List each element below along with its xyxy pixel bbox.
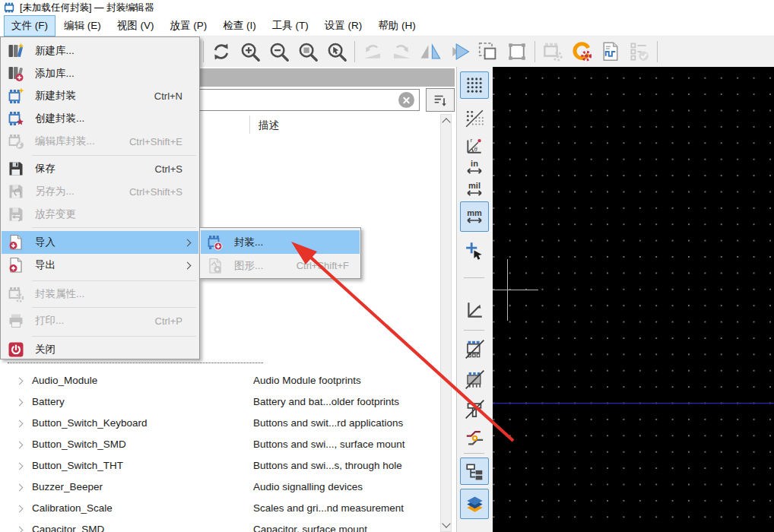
zoom-to-fit-icon[interactable] bbox=[293, 38, 322, 65]
menu-item-import[interactable]: 导入 bbox=[2, 231, 198, 254]
expand-chevron-icon[interactable] bbox=[16, 420, 24, 428]
menu-inspect[interactable]: 检查 (I) bbox=[216, 16, 263, 36]
menu-item-revert: 放弃变更 bbox=[2, 203, 198, 226]
library-row-button-switch-tht[interactable]: Button_Switch_THT Buttons and swi...s, t… bbox=[0, 455, 439, 477]
clear-filter-icon[interactable] bbox=[398, 92, 414, 108]
toolbar-separator bbox=[354, 41, 355, 62]
submenu-item-import-footprint[interactable]: 封装... bbox=[201, 230, 360, 254]
menu-item-save[interactable]: 保存 Ctrl+S bbox=[2, 157, 198, 180]
scroll-down-icon[interactable] bbox=[442, 519, 450, 527]
menu-separator bbox=[32, 336, 196, 337]
menu-separator bbox=[32, 280, 196, 281]
tree-scrollbar[interactable] bbox=[440, 114, 452, 532]
library-row-capacitor-smd[interactable]: Capacitor_SMD Capacitor, surface mount bbox=[0, 519, 439, 532]
save-icon bbox=[7, 160, 25, 178]
angle-axis-icon bbox=[465, 300, 484, 320]
submenu-arrow-icon bbox=[184, 262, 192, 270]
toolbar-separator bbox=[203, 41, 204, 62]
zoom-out-icon[interactable] bbox=[265, 38, 293, 65]
cleanup-checklist-icon bbox=[625, 38, 654, 65]
library-row-button-switch-smd[interactable]: Button_Switch_SMD Buttons and swi..., su… bbox=[0, 434, 439, 455]
scroll-up-icon[interactable] bbox=[442, 118, 450, 126]
expand-chevron-icon[interactable] bbox=[16, 484, 24, 492]
close-power-icon bbox=[7, 340, 25, 359]
right-toolbar: r θ in mil mm bbox=[457, 67, 493, 532]
layers-manager-button[interactable] bbox=[460, 489, 489, 519]
menu-item-close[interactable]: 关闭 bbox=[2, 338, 198, 361]
menu-item-new-footprint[interactable]: 新建封装 Ctrl+N bbox=[2, 84, 198, 107]
expand-chevron-icon[interactable] bbox=[16, 399, 24, 407]
import-submenu-popup: 封装... 图形... Ctrl+Shift+F bbox=[199, 227, 361, 279]
menu-view[interactable]: 视图 (V) bbox=[110, 16, 161, 36]
expand-chevron-icon[interactable] bbox=[16, 527, 24, 532]
refresh-view-icon[interactable] bbox=[207, 38, 236, 65]
menu-item-export[interactable]: 导出 bbox=[2, 254, 198, 277]
sketch-footprint-edges-button[interactable] bbox=[460, 335, 489, 363]
menu-preferences[interactable]: 设置 (R) bbox=[318, 16, 370, 36]
limit-45-degree-button[interactable] bbox=[460, 296, 489, 324]
menu-place[interactable]: 放置 (P) bbox=[163, 16, 214, 36]
library-row-battery[interactable]: Battery Battery and bat...older footprin… bbox=[0, 391, 439, 413]
sort-descending-icon bbox=[432, 92, 449, 109]
library-row-calibration-scale[interactable]: Calibration_Scale Scales and gri...nd me… bbox=[0, 498, 439, 519]
footprint-checker-icon[interactable] bbox=[596, 38, 625, 65]
pcb-canvas[interactable] bbox=[493, 67, 774, 532]
expand-chevron-icon[interactable] bbox=[16, 378, 24, 385]
expand-chevron-icon[interactable] bbox=[16, 505, 24, 513]
group-icon[interactable] bbox=[474, 38, 503, 65]
menu-file[interactable]: 文件 (F) bbox=[5, 16, 55, 36]
flip-horizontal-icon[interactable] bbox=[416, 38, 445, 65]
library-row-audio-module[interactable]: Audio_Module Audio Module footprints bbox=[0, 370, 439, 391]
units-mm-button[interactable]: mm bbox=[460, 201, 489, 232]
sketch-pads-button[interactable] bbox=[460, 395, 489, 423]
units-inches-button[interactable]: in bbox=[460, 157, 489, 178]
edit-footprint-icon bbox=[7, 132, 25, 150]
file-menu-popup: 新建库... 添加库... 新建封装 Ctrl+N bbox=[0, 36, 200, 359]
expand-chevron-icon[interactable] bbox=[16, 442, 24, 449]
menu-edit[interactable]: 编辑 (E) bbox=[57, 16, 108, 36]
column-divider[interactable] bbox=[249, 116, 250, 134]
revert-icon bbox=[7, 205, 25, 223]
app-footprint-icon bbox=[3, 2, 15, 13]
library-row-buzzer-beeper[interactable]: Buzzer_Beeper Audio signalling devices bbox=[0, 477, 439, 498]
menu-help[interactable]: 帮助 (H) bbox=[371, 16, 423, 36]
grid-overrides-button[interactable] bbox=[460, 105, 489, 132]
window-title: [未加载任何封装] — 封装编辑器 bbox=[20, 2, 154, 14]
import-icon bbox=[7, 233, 25, 252]
zoom-to-selection-icon[interactable] bbox=[322, 38, 351, 65]
sketch-footprint-filled-icon bbox=[465, 369, 485, 390]
sketch-footprint-texts-button[interactable] bbox=[460, 366, 489, 393]
create-footprint-icon bbox=[7, 109, 25, 128]
flip-vertical-icon[interactable] bbox=[445, 38, 474, 65]
submenu-item-import-graphics: 图形... Ctrl+Shift+F bbox=[201, 254, 360, 277]
grid-visibility-button[interactable] bbox=[460, 71, 489, 99]
menu-item-create-footprint[interactable]: 创建封装... bbox=[2, 107, 198, 130]
canvas-crosshair bbox=[493, 290, 538, 290]
menu-tools[interactable]: 工具 (T) bbox=[265, 16, 316, 36]
svg-text:θ: θ bbox=[474, 145, 477, 153]
print-icon bbox=[7, 312, 25, 330]
expand-chevron-icon[interactable] bbox=[16, 463, 24, 470]
crosshair-cursor-button[interactable] bbox=[460, 237, 489, 264]
sketch-tracks-icon bbox=[465, 428, 485, 448]
library-row-button-switch-keyboard[interactable]: Button_Switch_Keyboard Buttons and swit.… bbox=[0, 413, 439, 434]
menu-item-add-library[interactable]: 添加库... bbox=[2, 62, 198, 85]
double-arrow-icon bbox=[465, 217, 484, 224]
sort-button[interactable] bbox=[426, 88, 455, 112]
menu-item-new-library[interactable]: 新建库... bbox=[2, 40, 198, 62]
sketch-footprint-icon bbox=[465, 339, 485, 359]
appearance-manager-button[interactable] bbox=[460, 458, 489, 485]
ungroup-icon[interactable] bbox=[503, 38, 531, 65]
menu-item-footprint-properties: 封装属性... bbox=[2, 283, 198, 306]
default-pad-properties-icon[interactable] bbox=[567, 38, 596, 65]
menu-separator bbox=[32, 155, 196, 156]
menu-bar: 文件 (F) 编辑 (E) 视图 (V) 放置 (P) 检查 (I) 工具 (T… bbox=[0, 15, 774, 36]
polar-coordinates-button[interactable]: r θ bbox=[460, 134, 489, 157]
menu-item-print: 打印... Ctrl+P bbox=[2, 309, 198, 332]
zoom-in-icon[interactable] bbox=[236, 38, 265, 65]
sketch-tracks-button[interactable] bbox=[460, 424, 489, 451]
units-mils-button[interactable]: mil bbox=[460, 179, 489, 200]
footprint-properties-icon bbox=[7, 285, 25, 303]
new-library-icon bbox=[7, 42, 25, 60]
column-header-description[interactable]: 描述 bbox=[259, 119, 279, 132]
